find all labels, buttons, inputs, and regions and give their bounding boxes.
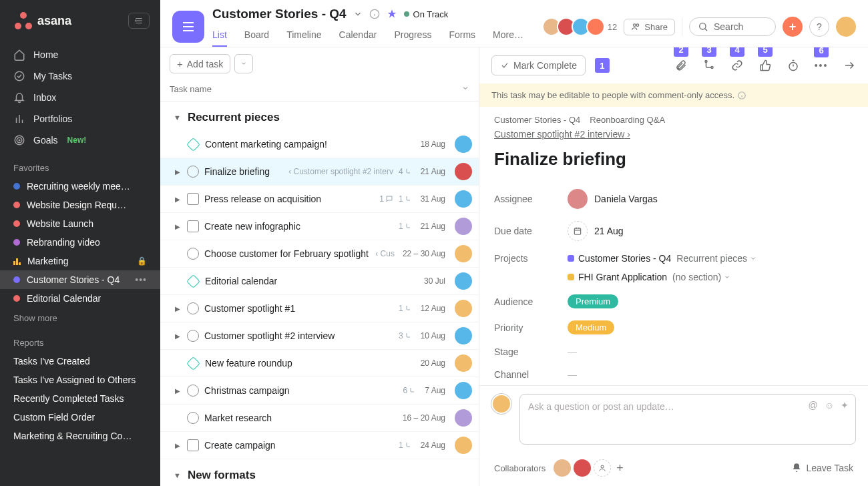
chevron-down-icon[interactable]: [461, 84, 469, 92]
assignee-avatar[interactable]: [455, 245, 472, 262]
nav-goals[interactable]: GoalsNew!: [0, 130, 160, 151]
favorite-item[interactable]: Website Launch: [0, 214, 160, 233]
favorite-item[interactable]: Recruiting weekly mee…: [0, 177, 160, 196]
duedate-field[interactable]: Due date 21 Aug: [494, 215, 853, 247]
parent-task-link[interactable]: Customer spotlight #2 interview ›: [494, 129, 630, 140]
more-icon[interactable]: •••: [135, 274, 147, 285]
complete-checkbox[interactable]: [187, 330, 199, 342]
assignee-avatar[interactable]: [455, 272, 472, 290]
milestone-icon[interactable]: [187, 439, 199, 451]
approval-icon[interactable]: [186, 356, 200, 370]
info-icon[interactable]: [737, 91, 746, 100]
asana-logo[interactable]: asana: [15, 12, 71, 29]
tab-board[interactable]: Board: [244, 25, 269, 47]
priority-field[interactable]: Priority Medium: [494, 314, 853, 340]
leave-task-button[interactable]: Leave Task: [791, 463, 853, 473]
assignee-field[interactable]: Assignee Daniela Vargas: [494, 183, 853, 215]
audience-field[interactable]: Audience Premium: [494, 288, 853, 314]
task-row[interactable]: ▶Create new infographic 1 21 Aug: [160, 213, 479, 240]
project-status[interactable]: On Track: [404, 9, 449, 19]
project-title[interactable]: Customer Stories - Q4: [212, 7, 347, 21]
favorite-item[interactable]: Marketing🔒: [0, 252, 160, 270]
add-task-button[interactable]: + Add task: [170, 54, 230, 73]
copy-link-button[interactable]: 4: [730, 59, 744, 71]
quick-add-button[interactable]: +: [783, 17, 803, 37]
complete-checkbox[interactable]: [187, 302, 199, 314]
attachment-button[interactable]: 2: [674, 59, 688, 71]
assignee-avatar[interactable]: [455, 300, 472, 317]
assignee-avatar[interactable]: [455, 218, 472, 235]
task-row[interactable]: Choose customer for February spotlight‹ …: [160, 240, 479, 268]
caret-right-icon[interactable]: ▶: [174, 442, 182, 449]
caret-right-icon[interactable]: ▶: [174, 223, 182, 230]
approval-icon[interactable]: [186, 274, 200, 288]
assignee-avatar[interactable]: [455, 437, 472, 454]
caret-right-icon[interactable]: ▶: [174, 332, 182, 340]
task-row[interactable]: ▶Christmas campaign 6 7 Aug: [160, 377, 479, 405]
tab-more…[interactable]: More…: [493, 25, 523, 47]
task-row[interactable]: ▶Finalize briefing‹ Customer spotlight #…: [160, 158, 479, 186]
section-header[interactable]: ▼New formats: [160, 459, 479, 486]
channel-field[interactable]: Channel —: [494, 363, 853, 385]
task-row[interactable]: ▶Press release on acquisition 1 1 31 Aug: [160, 186, 479, 213]
approval-icon[interactable]: [186, 137, 200, 151]
nav-my-tasks[interactable]: My Tasks: [0, 65, 160, 87]
report-item[interactable]: Marketing & Recruiting Co…: [0, 427, 160, 445]
timer-button[interactable]: [787, 59, 800, 71]
report-item[interactable]: Recently Completed Tasks: [0, 389, 160, 408]
like-button[interactable]: 5: [758, 59, 772, 71]
favorite-item[interactable]: Editorial Calendar: [0, 289, 160, 308]
caret-right-icon[interactable]: ▶: [174, 196, 182, 203]
assignee-avatar[interactable]: [455, 382, 472, 399]
assignee-avatar[interactable]: [455, 163, 472, 180]
close-detail-button[interactable]: [843, 59, 856, 71]
complete-checkbox[interactable]: [187, 412, 199, 424]
milestone-icon[interactable]: [187, 193, 199, 205]
task-title[interactable]: Finalize briefing: [494, 149, 853, 170]
help-button[interactable]: ?: [809, 17, 829, 37]
caret-right-icon[interactable]: ▶: [174, 168, 182, 176]
complete-checkbox[interactable]: [187, 248, 199, 260]
favorite-item[interactable]: Rebranding video: [0, 233, 160, 252]
complete-checkbox[interactable]: [187, 166, 199, 178]
task-row[interactable]: Content marketing campaign! 18 Aug: [160, 131, 479, 158]
tab-calendar[interactable]: Calendar: [339, 25, 377, 47]
member-avatars[interactable]: 12: [546, 17, 617, 36]
add-task-dropdown[interactable]: [234, 54, 253, 73]
assignee-avatar[interactable]: [455, 136, 472, 153]
project-chip[interactable]: FHI Grant Application: [568, 272, 667, 282]
nav-inbox[interactable]: Inbox: [0, 87, 160, 108]
add-collaborator-dashed[interactable]: [594, 459, 611, 477]
projects-field[interactable]: Projects Customer Stories - Q4Recurrent …: [494, 247, 853, 288]
task-row[interactable]: ▶Customer spotlight #2 interview 3 10 Au…: [160, 322, 479, 350]
task-row[interactable]: ▶Customer spotlight #1 1 12 Aug: [160, 295, 479, 322]
task-row[interactable]: New feature roundup 20 Aug: [160, 350, 479, 377]
tab-progress[interactable]: Progress: [394, 25, 431, 47]
caret-right-icon[interactable]: ▶: [174, 305, 182, 312]
report-item[interactable]: Custom Field Order: [0, 408, 160, 427]
share-button[interactable]: Share: [624, 19, 675, 35]
section-dropdown[interactable]: (no section): [672, 272, 730, 282]
subtask-button[interactable]: 3: [702, 59, 716, 71]
collaborator-avatars[interactable]: +: [554, 459, 624, 477]
assignee-avatar[interactable]: [455, 409, 472, 427]
show-more-link[interactable]: Show more: [0, 308, 160, 328]
tab-forms[interactable]: Forms: [449, 25, 475, 47]
info-icon[interactable]: [369, 9, 380, 19]
caret-right-icon[interactable]: ▶: [174, 387, 182, 395]
nav-home[interactable]: Home: [0, 44, 160, 65]
task-row[interactable]: ▶Create campaign 1 24 Aug: [160, 432, 479, 459]
task-row[interactable]: Market research 16 – 20 Aug: [160, 405, 479, 432]
favorite-item[interactable]: Customer Stories - Q4•••: [0, 270, 160, 289]
favorite-item[interactable]: Website Design Requ…: [0, 196, 160, 214]
task-row[interactable]: Editorial calendar 30 Jul: [160, 268, 479, 295]
star-icon[interactable]: ✦: [841, 400, 849, 411]
emoji-icon[interactable]: ☺: [825, 400, 834, 411]
milestone-icon[interactable]: [187, 220, 199, 232]
nav-portfolios[interactable]: Portfolios: [0, 108, 160, 130]
tab-timeline[interactable]: Timeline: [286, 25, 321, 47]
add-collaborator-button[interactable]: +: [616, 461, 624, 475]
more-actions-button[interactable]: 6 •••: [815, 60, 828, 71]
report-item[interactable]: Tasks I've Assigned to Others: [0, 371, 160, 389]
mark-complete-button[interactable]: Mark Complete: [491, 55, 586, 75]
